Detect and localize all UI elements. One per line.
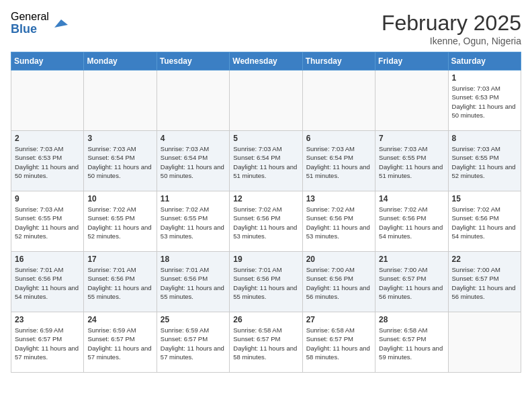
weekday-header-sunday: Sunday [11,52,84,71]
calendar-cell [84,71,157,131]
day-info: Sunrise: 7:03 AMSunset: 6:54 PMDaylight:… [87,144,152,180]
day-info: Sunrise: 7:02 AMSunset: 6:56 PMDaylight:… [452,205,517,240]
logo-text: General Blue [11,11,49,36]
day-info: Sunrise: 6:59 AMSunset: 6:57 PMDaylight:… [161,326,226,361]
day-number: 19 [233,255,298,264]
day-number: 27 [306,315,371,324]
weekday-header-thursday: Thursday [302,52,375,71]
day-info: Sunrise: 6:58 AMSunset: 6:57 PMDaylight:… [306,326,371,361]
calendar-cell: 24Sunrise: 6:59 AMSunset: 6:57 PMDayligh… [84,312,157,373]
calendar-table: SundayMondayTuesdayWednesdayThursdayFrid… [11,52,521,373]
day-number: 4 [161,134,226,143]
logo-icon [52,15,68,32]
day-number: 14 [379,194,444,203]
calendar-cell [157,71,229,131]
weekday-header-friday: Friday [375,52,448,71]
logo-blue: Blue [11,23,49,36]
calendar-cell: 16Sunrise: 7:01 AMSunset: 6:56 PMDayligh… [11,252,84,312]
calendar-cell [230,71,302,131]
month-title: February 2025 [382,11,521,36]
day-number: 26 [233,315,298,324]
day-number: 18 [161,255,226,264]
calendar-cell: 3Sunrise: 7:03 AMSunset: 6:54 PMDaylight… [84,131,157,191]
day-number: 12 [233,194,298,203]
day-number: 3 [87,134,152,143]
day-info: Sunrise: 6:59 AMSunset: 6:57 PMDaylight:… [87,326,152,361]
day-info: Sunrise: 7:03 AMSunset: 6:55 PMDaylight:… [452,144,517,180]
page-header: General Blue February 2025 Ikenne, Ogun,… [11,11,521,46]
day-info: Sunrise: 7:00 AMSunset: 6:56 PMDaylight:… [306,265,371,301]
day-info: Sunrise: 7:00 AMSunset: 6:57 PMDaylight:… [379,265,444,301]
calendar-cell [375,71,448,131]
day-info: Sunrise: 7:02 AMSunset: 6:56 PMDaylight:… [379,205,444,240]
calendar-cell [11,71,84,131]
day-info: Sunrise: 7:02 AMSunset: 6:56 PMDaylight:… [306,205,371,240]
day-info: Sunrise: 7:00 AMSunset: 6:57 PMDaylight:… [452,265,517,301]
calendar-cell: 4Sunrise: 7:03 AMSunset: 6:54 PMDaylight… [157,131,229,191]
day-number: 9 [15,194,80,203]
calendar-cell: 21Sunrise: 7:00 AMSunset: 6:57 PMDayligh… [375,252,448,312]
calendar-cell: 17Sunrise: 7:01 AMSunset: 6:56 PMDayligh… [84,252,157,312]
calendar-cell: 12Sunrise: 7:02 AMSunset: 6:56 PMDayligh… [230,191,302,252]
day-info: Sunrise: 7:01 AMSunset: 6:56 PMDaylight:… [87,265,152,301]
day-info: Sunrise: 7:02 AMSunset: 6:55 PMDaylight:… [87,205,152,240]
day-number: 7 [379,134,444,143]
calendar-cell: 2Sunrise: 7:03 AMSunset: 6:53 PMDaylight… [11,131,84,191]
calendar-cell: 10Sunrise: 7:02 AMSunset: 6:55 PMDayligh… [84,191,157,252]
weekday-header-saturday: Saturday [448,52,521,71]
calendar-cell: 23Sunrise: 6:59 AMSunset: 6:57 PMDayligh… [11,312,84,373]
day-number: 21 [379,255,444,264]
title-block: February 2025 Ikenne, Ogun, Nigeria [382,11,521,46]
calendar-week-row: 2Sunrise: 7:03 AMSunset: 6:53 PMDaylight… [11,131,521,191]
day-number: 22 [452,255,517,264]
day-number: 1 [452,73,517,83]
day-info: Sunrise: 7:01 AMSunset: 6:56 PMDaylight:… [161,265,226,301]
day-info: Sunrise: 7:02 AMSunset: 6:56 PMDaylight:… [233,205,298,240]
day-info: Sunrise: 6:58 AMSunset: 6:57 PMDaylight:… [233,326,298,361]
logo: General Blue [11,11,68,36]
day-number: 15 [452,194,517,203]
weekday-header-row: SundayMondayTuesdayWednesdayThursdayFrid… [11,52,521,71]
calendar-cell: 20Sunrise: 7:00 AMSunset: 6:56 PMDayligh… [302,252,375,312]
day-number: 8 [452,134,517,143]
day-info: Sunrise: 7:01 AMSunset: 6:56 PMDaylight:… [233,265,298,301]
day-info: Sunrise: 7:03 AMSunset: 6:53 PMDaylight:… [452,84,517,120]
day-number: 25 [161,315,226,324]
calendar-cell: 7Sunrise: 7:03 AMSunset: 6:55 PMDaylight… [375,131,448,191]
day-info: Sunrise: 7:03 AMSunset: 6:54 PMDaylight:… [161,144,226,180]
calendar-cell: 9Sunrise: 7:03 AMSunset: 6:55 PMDaylight… [11,191,84,252]
svg-marker-0 [54,19,68,28]
day-number: 11 [161,194,226,203]
day-info: Sunrise: 7:03 AMSunset: 6:55 PMDaylight:… [379,144,444,180]
day-number: 20 [306,255,371,264]
day-info: Sunrise: 6:58 AMSunset: 6:57 PMDaylight:… [379,326,444,361]
day-number: 23 [15,315,80,324]
calendar-cell: 1Sunrise: 7:03 AMSunset: 6:53 PMDaylight… [448,71,521,131]
calendar-cell: 15Sunrise: 7:02 AMSunset: 6:56 PMDayligh… [448,191,521,252]
calendar-week-row: 16Sunrise: 7:01 AMSunset: 6:56 PMDayligh… [11,252,521,312]
day-number: 24 [87,315,152,324]
calendar-cell: 11Sunrise: 7:02 AMSunset: 6:55 PMDayligh… [157,191,229,252]
calendar-cell: 5Sunrise: 7:03 AMSunset: 6:54 PMDaylight… [230,131,302,191]
calendar-cell: 18Sunrise: 7:01 AMSunset: 6:56 PMDayligh… [157,252,229,312]
calendar-cell [448,312,521,373]
calendar-cell: 28Sunrise: 6:58 AMSunset: 6:57 PMDayligh… [375,312,448,373]
calendar-cell: 27Sunrise: 6:58 AMSunset: 6:57 PMDayligh… [302,312,375,373]
day-number: 17 [87,255,152,264]
day-number: 13 [306,194,371,203]
calendar-week-row: 9Sunrise: 7:03 AMSunset: 6:55 PMDaylight… [11,191,521,252]
day-number: 5 [233,134,298,143]
weekday-header-wednesday: Wednesday [230,52,302,71]
day-number: 10 [87,194,152,203]
weekday-header-monday: Monday [84,52,157,71]
day-info: Sunrise: 7:03 AMSunset: 6:54 PMDaylight:… [233,144,298,180]
calendar-cell: 26Sunrise: 6:58 AMSunset: 6:57 PMDayligh… [230,312,302,373]
calendar-cell: 25Sunrise: 6:59 AMSunset: 6:57 PMDayligh… [157,312,229,373]
calendar-cell: 8Sunrise: 7:03 AMSunset: 6:55 PMDaylight… [448,131,521,191]
weekday-header-tuesday: Tuesday [157,52,229,71]
calendar-cell: 13Sunrise: 7:02 AMSunset: 6:56 PMDayligh… [302,191,375,252]
day-info: Sunrise: 7:03 AMSunset: 6:54 PMDaylight:… [306,144,371,180]
day-info: Sunrise: 7:01 AMSunset: 6:56 PMDaylight:… [15,265,80,301]
calendar-cell: 19Sunrise: 7:01 AMSunset: 6:56 PMDayligh… [230,252,302,312]
calendar-cell: 6Sunrise: 7:03 AMSunset: 6:54 PMDaylight… [302,131,375,191]
